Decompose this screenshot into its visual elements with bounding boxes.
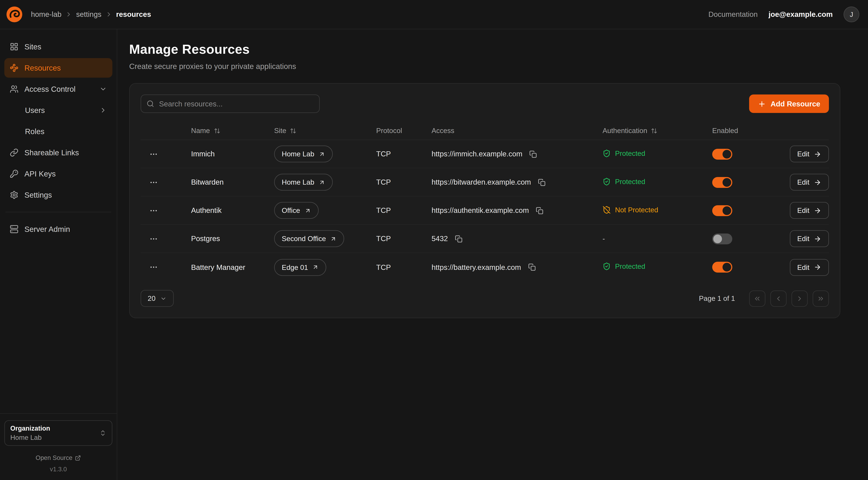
copy-icon[interactable] <box>454 234 464 244</box>
breadcrumb-resources[interactable]: resources <box>116 10 151 19</box>
organization-selector[interactable]: Organization Home Lab <box>4 420 112 446</box>
key-icon <box>10 170 19 178</box>
arrow-up-right-icon <box>330 236 337 242</box>
avatar-initial: J <box>850 11 853 18</box>
edit-button[interactable]: Edit <box>789 230 829 247</box>
gear-icon <box>10 190 19 199</box>
next-page-button[interactable] <box>792 290 808 307</box>
external-link-icon <box>75 455 81 461</box>
link-icon <box>10 148 19 157</box>
row-menu-button[interactable] <box>148 233 160 245</box>
main-content: Manage Resources Create secure proxies t… <box>117 29 868 480</box>
resource-protocol: TCP <box>376 150 432 158</box>
open-source-link[interactable]: Open Source <box>4 454 112 461</box>
chevrons-right-icon <box>817 295 825 302</box>
enabled-toggle[interactable] <box>712 177 732 188</box>
column-header-site[interactable]: Site <box>274 126 376 134</box>
edit-button[interactable]: Edit <box>789 174 829 190</box>
edit-button[interactable]: Edit <box>789 202 829 219</box>
site-name: Home Lab <box>282 150 314 158</box>
edit-button[interactable]: Edit <box>789 146 829 162</box>
sidebar-item-shareable-links[interactable]: Shareable Links <box>4 143 112 162</box>
sidebar-item-label: Roles <box>25 127 44 136</box>
breadcrumb-settings[interactable]: settings <box>76 10 101 19</box>
enabled-toggle[interactable] <box>712 149 732 159</box>
breadcrumb: home-lab settings resources <box>31 10 151 19</box>
card-toolbar: Add Resource <box>141 94 829 113</box>
site-name: Office <box>282 206 300 214</box>
sidebar-item-users[interactable]: Users <box>4 100 112 120</box>
server-icon <box>10 225 19 234</box>
open-source-label: Open Source <box>36 454 72 461</box>
site-link[interactable]: Home Lab <box>274 146 333 162</box>
copy-icon[interactable] <box>535 206 545 215</box>
sort-icon <box>651 127 657 134</box>
sidebar-item-resources[interactable]: Resources <box>4 58 112 78</box>
previous-page-button[interactable] <box>770 290 786 307</box>
page-size-value: 20 <box>148 294 155 302</box>
resource-access: https://immich.example.com <box>432 150 522 158</box>
auth-status: Protected <box>615 262 645 270</box>
sidebar-item-label: Sites <box>24 42 41 51</box>
sidebar-item-sites[interactable]: Sites <box>4 37 112 57</box>
page-size-select[interactable]: 20 <box>141 290 174 307</box>
table-row: Battery Manager Edge 01 TCP https://batt… <box>141 253 829 281</box>
site-link[interactable]: Edge 01 <box>274 259 327 276</box>
avatar[interactable]: J <box>844 6 859 22</box>
first-page-button[interactable] <box>749 290 766 307</box>
enabled-toggle[interactable] <box>712 205 732 216</box>
sort-icon <box>214 127 220 134</box>
row-menu-button[interactable] <box>148 261 160 273</box>
copy-icon[interactable] <box>527 262 537 272</box>
auth-status: - <box>602 235 605 243</box>
sidebar-item-api-keys[interactable]: API Keys <box>4 164 112 183</box>
arrow-right-icon <box>814 150 821 158</box>
arrow-right-icon <box>814 235 821 243</box>
column-header-access: Access <box>432 126 602 134</box>
row-menu-button[interactable] <box>148 176 160 188</box>
app-logo[interactable] <box>5 6 23 23</box>
arrow-right-icon <box>814 207 821 214</box>
copy-icon[interactable] <box>528 149 538 159</box>
auth-badge: Protected <box>602 149 645 157</box>
site-name: Home Lab <box>282 178 314 186</box>
resource-protocol: TCP <box>376 206 432 214</box>
sidebar-item-label: Resources <box>24 63 61 72</box>
edit-label: Edit <box>797 150 809 158</box>
row-menu-button[interactable] <box>148 205 160 216</box>
add-resource-button[interactable]: Add Resource <box>749 94 829 113</box>
arrow-up-right-icon <box>304 207 311 214</box>
site-link[interactable]: Office <box>274 202 318 219</box>
column-header-authentication[interactable]: Authentication <box>602 126 712 134</box>
enabled-toggle[interactable] <box>712 233 732 244</box>
search-icon <box>147 100 154 108</box>
ellipsis-icon <box>149 263 158 271</box>
copy-icon[interactable] <box>537 177 547 187</box>
site-link[interactable]: Home Lab <box>274 174 333 190</box>
sidebar-item-label: Access Control <box>24 85 75 93</box>
shield-off-icon <box>602 206 611 214</box>
row-menu-button[interactable] <box>148 148 160 160</box>
breadcrumb-home-lab[interactable]: home-lab <box>31 10 62 19</box>
page-title: Manage Resources <box>129 42 868 57</box>
ellipsis-icon <box>149 178 158 187</box>
resource-protocol: TCP <box>376 178 432 186</box>
auth-status: Protected <box>615 177 645 185</box>
resources-card: Add Resource Name Site Protocol Acce <box>129 83 840 318</box>
column-header-name[interactable]: Name <box>191 126 274 134</box>
last-page-button[interactable] <box>813 290 829 307</box>
sidebar-item-settings[interactable]: Settings <box>4 185 112 205</box>
documentation-link[interactable]: Documentation <box>708 10 757 19</box>
search-input[interactable] <box>141 94 320 113</box>
sidebar-item-server-admin[interactable]: Server Admin <box>4 219 112 239</box>
arrow-up-right-icon <box>312 264 319 270</box>
enabled-toggle[interactable] <box>712 262 732 273</box>
edit-button[interactable]: Edit <box>789 259 829 276</box>
resource-name: Authentik <box>191 206 274 214</box>
user-email[interactable]: joe@example.com <box>769 10 833 19</box>
sidebar-item-access-control[interactable]: Access Control <box>4 79 112 99</box>
add-resource-label: Add Resource <box>771 100 820 108</box>
ellipsis-icon <box>149 234 158 243</box>
sidebar-item-roles[interactable]: Roles <box>4 122 112 141</box>
site-link[interactable]: Second Office <box>274 230 344 247</box>
